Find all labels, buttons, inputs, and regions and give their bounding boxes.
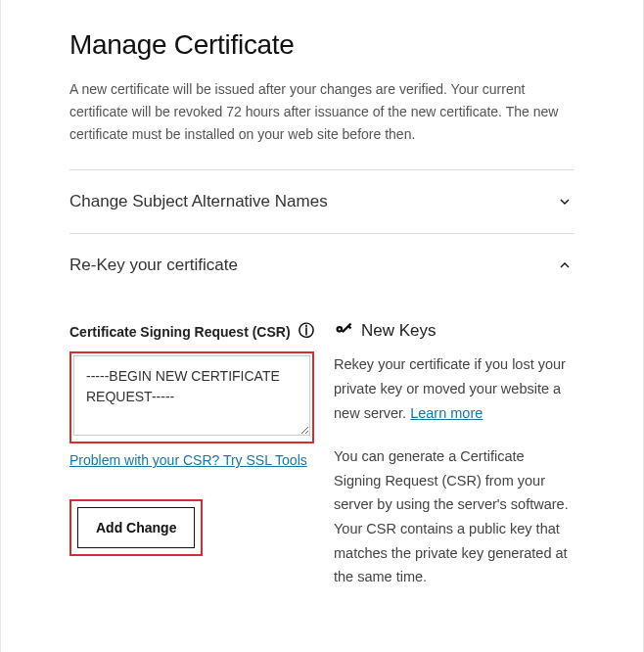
csr-textarea-highlight <box>69 351 314 443</box>
accordion-rekey[interactable]: Re-Key your certificate <box>69 234 575 297</box>
new-keys-title: New Keys <box>361 321 437 341</box>
new-keys-paragraph1: Rekey your certificate if you lost your … <box>334 352 575 425</box>
csr-help-link[interactable]: Problem with your CSR? Try SSL Tools <box>69 449 314 471</box>
csr-textarea[interactable] <box>73 355 310 436</box>
new-keys-column: New Keys Rekey your certificate if you l… <box>334 321 575 609</box>
manage-certificate-panel: Manage Certificate A new certificate wil… <box>0 0 644 652</box>
accordion-san-title: Change Subject Alternative Names <box>69 192 328 211</box>
csr-column: Certificate Signing Request (CSR) ⓘ Prob… <box>69 321 314 609</box>
keys-icon <box>334 321 353 341</box>
add-change-button[interactable]: Add Change <box>77 507 195 548</box>
svg-point-0 <box>339 329 341 331</box>
rekey-content: Certificate Signing Request (CSR) ⓘ Prob… <box>69 297 575 609</box>
accordion-rekey-title: Re-Key your certificate <box>69 256 238 275</box>
chevron-down-icon <box>555 192 575 211</box>
page-title: Manage Certificate <box>69 29 575 61</box>
accordion-change-san[interactable]: Change Subject Alternative Names <box>69 170 575 233</box>
new-keys-header: New Keys <box>334 321 575 341</box>
add-change-highlight: Add Change <box>69 499 203 556</box>
csr-label: Certificate Signing Request (CSR) <box>69 324 291 340</box>
csr-label-row: Certificate Signing Request (CSR) ⓘ <box>69 321 314 342</box>
info-icon[interactable]: ⓘ <box>299 321 314 342</box>
page-description: A new certificate will be issued after y… <box>69 78 575 146</box>
new-keys-paragraph2: You can generate a Certificate Signing R… <box>334 444 575 589</box>
learn-more-link[interactable]: Learn more <box>410 405 483 421</box>
chevron-up-icon <box>555 256 575 275</box>
